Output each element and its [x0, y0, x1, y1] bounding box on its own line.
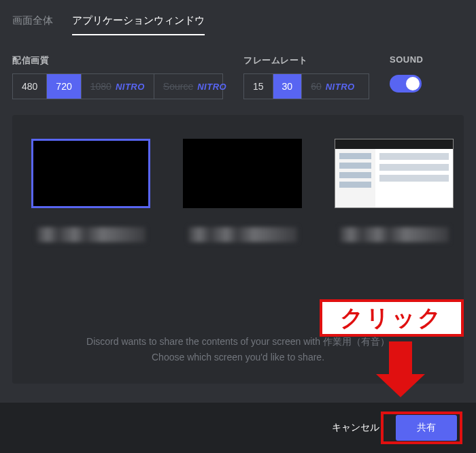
- cancel-button[interactable]: キャンセル: [332, 422, 379, 434]
- nitro-icon: NITRO: [197, 82, 226, 92]
- thumbnail-preview: [31, 139, 150, 208]
- window-thumbnail-2[interactable]: [183, 139, 302, 242]
- nitro-icon: NITRO: [116, 82, 145, 92]
- quality-720[interactable]: 720: [47, 74, 81, 99]
- footer: キャンセル 共有: [0, 403, 476, 453]
- quality-1080-text: 1080: [90, 81, 112, 92]
- annotation-click-label: クリック: [320, 299, 464, 337]
- window-thumbnails: [31, 139, 445, 242]
- quality-group: 配信画質 480 720 1080 NITRO Source NITRO: [12, 54, 223, 99]
- sound-toggle[interactable]: [390, 75, 422, 93]
- fps-15[interactable]: 15: [244, 74, 273, 99]
- fps-segmented: 15 30 60 NITRO: [243, 73, 369, 99]
- quality-480[interactable]: 480: [13, 74, 47, 99]
- quality-1080-nitro[interactable]: 1080 NITRO: [82, 74, 154, 99]
- nitro-icon: NITRO: [326, 82, 355, 92]
- quality-label: 配信画質: [12, 54, 223, 67]
- annotation-arrow-icon: [376, 341, 425, 397]
- quality-source-text: Source: [163, 81, 193, 92]
- window-thumbnail-3[interactable]: [335, 139, 454, 242]
- quality-segmented: 480 720 1080 NITRO Source NITRO: [12, 73, 223, 99]
- fps-label: フレームレート: [243, 54, 369, 67]
- fps-group: フレームレート 15 30 60 NITRO: [243, 54, 369, 99]
- sound-group: SOUND: [390, 54, 464, 93]
- thumbnail-preview: [183, 139, 302, 208]
- fps-30[interactable]: 30: [273, 74, 303, 99]
- tab-app-window[interactable]: アプリケーションウィンドウ: [72, 12, 205, 35]
- share-button[interactable]: 共有: [396, 415, 457, 441]
- settings-row: 配信画質 480 720 1080 NITRO Source NITRO フレー…: [12, 54, 464, 99]
- tab-bar: 画面全体 アプリケーションウィンドウ: [12, 12, 464, 35]
- thumbnail-label: [340, 227, 449, 242]
- fps-60-text: 60: [311, 81, 322, 92]
- quality-source-nitro[interactable]: Source NITRO: [154, 74, 235, 99]
- thumbnail-label: [37, 227, 146, 242]
- thumbnail-label: [188, 227, 297, 242]
- thumbnail-preview: [335, 139, 454, 208]
- sound-label: SOUND: [390, 54, 464, 65]
- fps-60-nitro[interactable]: 60 NITRO: [302, 74, 364, 99]
- tab-full-screen[interactable]: 画面全体: [12, 12, 53, 35]
- window-thumbnail-1[interactable]: [31, 139, 150, 242]
- toggle-knob: [406, 77, 420, 90]
